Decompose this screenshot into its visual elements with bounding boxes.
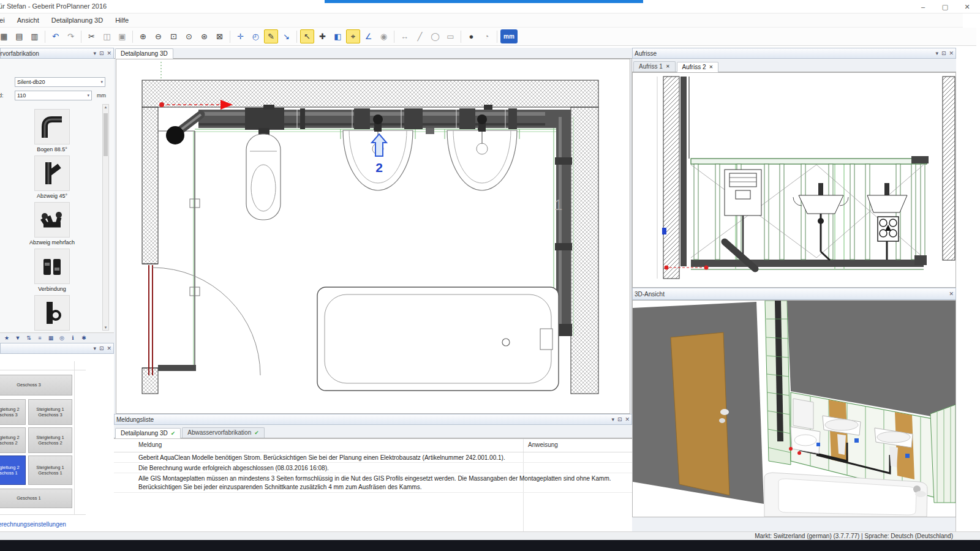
list-view-button[interactable]: ≡	[36, 334, 44, 342]
settings-button[interactable]: ✱	[80, 334, 88, 342]
elev-riser-pipe[interactable]	[680, 77, 687, 266]
scrollbar-thumb[interactable]	[104, 113, 108, 156]
menu-item-hilfe[interactable]: Hilfe	[109, 14, 135, 26]
report-button[interactable]: ▥	[28, 29, 42, 43]
diameter-select[interactable]: 110 ▾	[15, 91, 92, 100]
catalog-item-partial[interactable]	[18, 295, 86, 331]
tab-aufriss-2[interactable]: Aufriss 2 ✕	[677, 62, 719, 72]
close-icon[interactable]: ✕	[107, 50, 111, 56]
zoom-selection-button[interactable]: ⌖	[346, 29, 360, 43]
column-header-meldung[interactable]: Meldung	[138, 441, 162, 448]
bathtub-fixture[interactable]	[317, 287, 559, 391]
close-icon[interactable]: ✕	[949, 291, 954, 297]
collapse-icon[interactable]: ▾	[935, 50, 938, 56]
catalog-scrollbar[interactable]: ▲ ▼	[102, 104, 109, 331]
zoom-window-button[interactable]: ⊡	[167, 29, 181, 43]
scroll-up-icon[interactable]: ▲	[103, 105, 108, 109]
riser-cell[interactable]: Steigleitung 1Geschoss 1	[28, 455, 72, 485]
minimize-button[interactable]: –	[919, 3, 927, 10]
menu-item-detailplanung-3d[interactable]: Detailplanung 3D	[45, 14, 109, 26]
floor-cell-top[interactable]: Geschoss 3	[0, 375, 72, 395]
message-row[interactable]: Alle GIS Montageplatten müssen an mindes…	[114, 473, 632, 493]
lock-button[interactable]: ◉	[377, 29, 391, 43]
pin-icon[interactable]: ⊡	[617, 416, 622, 422]
view3d-canvas[interactable]	[632, 300, 956, 517]
riser-cell[interactable]: Steigleitung 2Geschoss 2	[0, 427, 26, 453]
messages-table[interactable]: Meldung Anweisung Geberit AquaClean Mode…	[114, 438, 632, 531]
zoom-all-button[interactable]: ⊛	[197, 29, 211, 43]
pin-icon[interactable]: ⊡	[99, 50, 104, 56]
riser-cell[interactable]: Steigleitung 1Geschoss 3	[28, 399, 72, 425]
elev-wc-cistern[interactable]	[725, 170, 761, 269]
zoom-out-button[interactable]: ⊖	[151, 29, 165, 43]
collapse-icon[interactable]: ▾	[93, 50, 96, 56]
menu-item-datei[interactable]: Datei	[0, 14, 11, 26]
screen-view-button[interactable]: ◧	[331, 29, 345, 43]
toilet-fixture[interactable]	[246, 134, 281, 220]
scroll-down-icon[interactable]: ▼	[103, 326, 108, 329]
redo-button[interactable]: ↷	[64, 29, 78, 43]
tab-aufriss-1[interactable]: Aufriss 1 ✕	[633, 61, 676, 72]
riser-cell[interactable]: Steigleitung 2Geschoss 3	[0, 399, 26, 425]
filter-button[interactable]: ▼	[13, 334, 22, 342]
render-button[interactable]: ●	[464, 29, 478, 43]
message-row[interactable]: Geberit AquaClean Modelle benötigen Stro…	[114, 452, 632, 463]
tile-view-button[interactable]: ▦	[47, 334, 55, 342]
sketch-button[interactable]: ✎	[264, 29, 278, 43]
pipe-tool-button[interactable]: ↘	[279, 29, 293, 43]
waste-stack[interactable]	[158, 114, 201, 371]
catalog-item-verbindung[interactable]: Verbindung	[18, 249, 86, 292]
maximize-button[interactable]: ▢	[941, 3, 949, 11]
floor-cell-bottom[interactable]: Geschoss 1	[0, 489, 72, 508]
close-icon[interactable]: ✕	[949, 50, 954, 56]
catalog-item-abzweig[interactable]: Abzweig 45°	[18, 156, 86, 199]
column-header-anweisung[interactable]: Anweisung	[528, 441, 558, 448]
undo-button[interactable]: ↶	[48, 29, 62, 43]
catalog-item-abzweig-mehrfach[interactable]: Abzweig mehrfach	[18, 202, 86, 246]
close-icon[interactable]: ✕	[625, 416, 630, 422]
info-button[interactable]: ℹ	[69, 334, 77, 342]
catalog-item-bogen[interactable]: Bogen 88.5°	[18, 109, 86, 152]
tab-detailplanung-3d[interactable]: Detailplanung 3D	[115, 48, 173, 59]
move-button[interactable]: ✚	[315, 29, 330, 43]
elevation-canvas[interactable]	[632, 72, 956, 288]
pin-icon[interactable]: ⊡	[99, 345, 104, 351]
floor-plan-canvas[interactable]: 2 1	[116, 59, 630, 414]
close-tab-icon[interactable]: ✕	[666, 64, 670, 69]
favorites-button[interactable]: ★	[2, 334, 11, 342]
select-button[interactable]: ↖	[300, 29, 314, 43]
tab-messages-detailplanung[interactable]: Detailplanung 3D ✔	[115, 428, 181, 438]
mm-toggle-button[interactable]: mm	[500, 29, 518, 43]
close-icon[interactable]: ✕	[107, 345, 111, 351]
close-button[interactable]: ✕	[963, 3, 971, 11]
dimension-button[interactable]: ↔	[398, 29, 412, 43]
tab-messages-abwasservorfabrikation[interactable]: Abwasservorfabrikation ✔	[182, 427, 264, 438]
sort-button[interactable]: ⇅	[24, 334, 33, 342]
riser-cell[interactable]: Steigleitung 1Geschoss 2	[28, 427, 72, 453]
print-button[interactable]: ▤	[12, 29, 26, 43]
copy-button[interactable]: ◫	[100, 29, 114, 43]
cut-button[interactable]: ✂	[85, 29, 99, 43]
calculation-settings-link[interactable]: Berechnungseinstellungen	[0, 521, 66, 528]
refresh-button[interactable]: ◔	[480, 29, 494, 43]
close-tab-icon[interactable]: ✕	[709, 64, 714, 70]
paste-button[interactable]: ▣	[115, 29, 129, 43]
orbit-button[interactable]: ◴	[249, 29, 263, 43]
fit-view-button[interactable]: ⊠	[213, 29, 227, 43]
save-button[interactable]: ▦	[0, 29, 11, 43]
zoom-previous-button[interactable]: ⊙	[182, 29, 196, 43]
elev-basin-right[interactable]	[867, 183, 907, 260]
riser-cell-selected[interactable]: Steigleitung 2Geschoss 1	[0, 455, 26, 485]
collapse-icon[interactable]: ▾	[93, 345, 96, 351]
zoom-in-button[interactable]: ⊕	[136, 29, 150, 43]
ellipse-button[interactable]: ◯	[428, 29, 442, 43]
line-button[interactable]: ╱	[413, 29, 427, 43]
message-row[interactable]: Die Berechnung wurde erfolgreich abgesch…	[114, 463, 632, 473]
rectangle-button[interactable]: ▭	[443, 29, 458, 43]
menu-item-ansicht[interactable]: Ansicht	[11, 14, 45, 26]
pin-icon[interactable]: ⊡	[941, 50, 946, 56]
pan-button[interactable]: ✛	[233, 29, 247, 43]
measure-button[interactable]: ∠	[361, 29, 375, 43]
system-select[interactable]: Silent-db20 ▾	[15, 77, 105, 87]
search-button[interactable]: ◎	[58, 334, 66, 342]
